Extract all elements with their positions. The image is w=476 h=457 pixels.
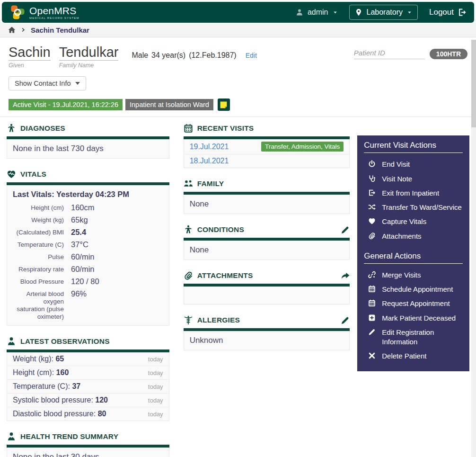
visit-note-button[interactable] — [218, 99, 230, 111]
observation-row[interactable]: Diastolic blood pressure: 80 today — [7, 407, 169, 421]
action-item[interactable]: Transfer To Ward/Service — [364, 200, 463, 215]
x-icon — [368, 352, 376, 359]
health-trend-section: HEALTH TREND SUMMARY None in the last 30… — [7, 431, 169, 457]
calendar-icon — [368, 285, 376, 293]
map-marker-icon — [355, 9, 362, 16]
action-item[interactable]: Mark Patient Deceased — [364, 311, 463, 325]
user-menu[interactable]: admin — [296, 8, 338, 17]
logout-icon — [458, 8, 467, 17]
action-item[interactable]: Exit from Inpatient — [364, 186, 463, 200]
observation-row[interactable]: Weight (kg): 65 today — [7, 352, 169, 366]
family-title: FAMILY — [197, 179, 224, 188]
action-item[interactable]: Schedule Appointment — [364, 282, 463, 296]
observation-time: today — [148, 411, 163, 418]
show-contact-info-button[interactable]: Show Contact Info — [9, 76, 86, 90]
last-vitals-heading: Last Vitals: Yesterday 04:23 PM — [13, 190, 163, 199]
logout-label: Logout — [429, 8, 454, 17]
action-item[interactable]: Visit Note — [364, 172, 463, 186]
vital-value: 60/min — [71, 252, 163, 261]
action-label: Edit Registration Information — [382, 328, 463, 347]
action-item[interactable]: Attachments — [364, 229, 463, 243]
vital-value: 25.4 — [71, 228, 163, 237]
diagnoses-title: DIAGNOSES — [20, 124, 65, 133]
home-icon[interactable] — [8, 26, 16, 34]
paperclip-icon — [184, 271, 193, 280]
patient-birthdate: (12.Feb.1987) — [189, 51, 237, 60]
attachments-title: ATTACHMENTS — [197, 271, 253, 280]
observation-row[interactable]: Temperature (C): 37 today — [7, 380, 169, 394]
observation-label: Systolic blood pressure: — [13, 396, 93, 404]
visit-date-link[interactable]: 19.Jul.2021 — [190, 143, 229, 151]
action-label: Schedule Appointment — [382, 285, 453, 294]
exit-icon — [368, 189, 376, 197]
observation-value: 160 — [56, 368, 69, 376]
observation-row[interactable]: Systolic blood pressure: 120 today — [7, 394, 169, 407]
note-icon — [220, 101, 228, 109]
general-actions-list: Merge Visits Schedule Appointment Reques… — [364, 268, 463, 364]
chevron-right-icon — [21, 27, 26, 32]
attachments-section: ATTACHMENTS — [184, 270, 350, 305]
observation-time: today — [148, 369, 163, 376]
vital-label: Arterial blood oxygen saturation (pulse … — [14, 289, 64, 321]
openmrs-logo-mark — [9, 4, 26, 20]
latest-observations-title: LATEST OBSERVATIONS — [20, 337, 110, 346]
openmrs-logo[interactable]: OpenMRS MEDICAL RECORD SYSTEM — [9, 4, 79, 20]
caret-down-icon — [75, 82, 80, 85]
active-visit-badge: Active Visit - 19.Jul.2021, 16:22:26 — [9, 99, 123, 110]
action-item[interactable]: End Visit — [364, 157, 463, 171]
action-label: End Visit — [382, 160, 410, 169]
vital-value: 65kg — [71, 215, 163, 224]
action-item[interactable]: Delete Patient — [364, 349, 463, 363]
visit-encounters-badge: Transfer, Admission, Vitals — [261, 142, 344, 152]
attachments-empty-box — [184, 287, 350, 305]
vitals-title: VITALS — [20, 170, 46, 179]
page-scrollbar[interactable] — [471, 40, 476, 457]
vital-value: 37°C — [71, 240, 163, 249]
conditions-empty-text: None — [184, 241, 350, 260]
breadcrumb-current: Sachin Tendulkar — [31, 26, 89, 34]
patient-id-label: Patient ID — [354, 49, 425, 59]
observation-row[interactable]: Height (cm): 160 today — [7, 366, 169, 380]
edit-demographics-link[interactable]: Edit — [246, 52, 257, 59]
logout-button[interactable]: Logout — [429, 8, 467, 17]
health-trend-title: HEALTH TREND SUMMARY — [20, 432, 118, 441]
health-trend-empty-text: None in the last 30 days — [7, 448, 169, 457]
observation-time: today — [148, 383, 163, 390]
current-visit-actions-list: End Visit Visit Note Exit from Inpatient — [364, 157, 463, 243]
action-label: Capture Vitals — [382, 217, 426, 226]
vital-label: Temperature (C) — [14, 240, 64, 249]
observation-value: 37 — [72, 382, 80, 390]
vital-value: 96% — [71, 289, 163, 321]
vital-label: Pulse — [14, 252, 64, 261]
person-icon — [184, 225, 193, 234]
location-menu[interactable]: Laboratory — [349, 5, 418, 20]
observations-list: Weight (kg): 65 today Height (cm): 160 t… — [7, 352, 169, 421]
recent-visits-list: 19.Jul.2021 Transfer, Admission, Vitals … — [184, 139, 350, 168]
pencil-icon[interactable] — [341, 225, 350, 234]
visit-row: 19.Jul.2021 Transfer, Admission, Vitals — [184, 139, 350, 154]
action-item[interactable]: Request Appointment — [364, 296, 463, 311]
inpatient-location-badge: Inpatient at Isolation Ward — [125, 99, 213, 110]
breadcrumb: Sachin Tendulkar — [0, 23, 476, 37]
stethoscope-icon — [368, 175, 376, 182]
family-section: FAMILY None — [184, 178, 350, 214]
vital-label: Height (cm) — [14, 203, 64, 212]
action-item[interactable]: Merge Visits — [364, 268, 463, 282]
pencil-icon[interactable] — [341, 316, 350, 325]
latest-observations-section: LATEST OBSERVATIONS Weight (kg): 65 toda… — [7, 336, 169, 421]
allergies-title: ALLERGIES — [197, 316, 240, 324]
caret-down-icon — [333, 10, 338, 15]
visit-date-link[interactable]: 18.Jul.2021 — [190, 157, 229, 165]
action-item[interactable]: Edit Registration Information — [364, 325, 463, 349]
heart-pulse-icon — [368, 217, 376, 225]
vital-value: 120 / 80 — [71, 277, 163, 286]
scrollbar-thumb[interactable] — [471, 40, 476, 127]
power-icon — [368, 160, 376, 168]
current-visit-actions-title: Current Visit Actions — [364, 141, 463, 153]
share-icon[interactable] — [341, 271, 350, 280]
person-icon — [7, 124, 16, 133]
given-name-label: Given — [9, 62, 51, 69]
patient-name: Sachin Given Tendulkar Family Name — [9, 45, 118, 69]
vital-label: Weight (kg) — [14, 215, 64, 224]
action-item[interactable]: Capture Vitals — [364, 215, 463, 229]
